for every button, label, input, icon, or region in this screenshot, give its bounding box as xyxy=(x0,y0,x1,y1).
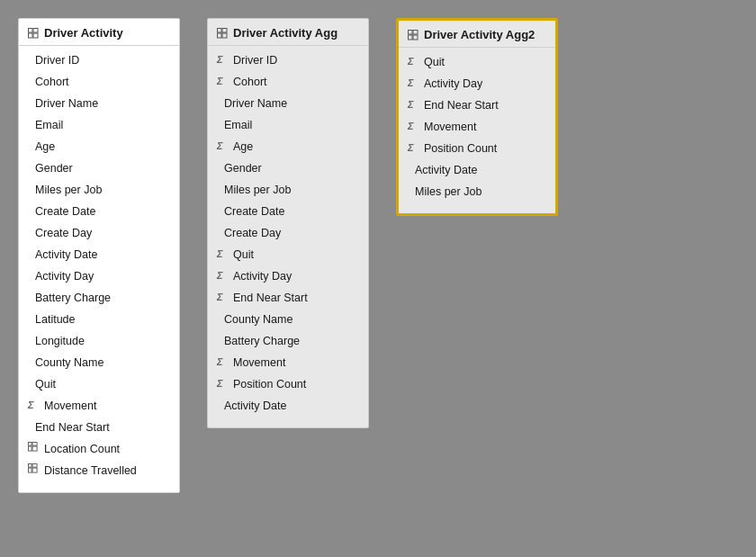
field-label: Movement xyxy=(233,354,285,372)
field-label: Miles per Job xyxy=(415,183,482,201)
table-card-driver-activity-agg: Driver Activity AggΣDriver IDΣCohortDriv… xyxy=(207,18,369,428)
field-item[interactable]: Location Count xyxy=(19,438,179,460)
field-item[interactable]: Latitude xyxy=(19,309,179,330)
field-label: Activity Date xyxy=(35,246,97,264)
field-label: Driver Name xyxy=(224,94,287,112)
field-item[interactable]: Create Day xyxy=(208,222,368,244)
canvas: Driver ActivityDriver IDCohortDriver Nam… xyxy=(0,0,756,557)
field-label: Position Count xyxy=(233,375,306,393)
field-item[interactable]: Miles per Job xyxy=(208,179,368,201)
field-item[interactable]: County Name xyxy=(208,309,368,330)
field-label: Cohort xyxy=(35,73,69,91)
field-item[interactable]: ΣEnd Near Start xyxy=(399,94,555,116)
field-item[interactable]: ΣEnd Near Start xyxy=(208,287,368,309)
table-icon-driver-activity-agg2 xyxy=(408,30,418,40)
table-card-driver-activity-agg2: Driver Activity Agg2ΣQuitΣActivity DayΣE… xyxy=(396,18,558,216)
table-icon-driver-activity xyxy=(28,28,39,39)
field-item[interactable]: Age xyxy=(19,136,179,157)
field-label: Activity Day xyxy=(424,75,482,93)
field-label: Activity Day xyxy=(233,267,292,285)
field-item[interactable]: County Name xyxy=(19,352,179,373)
field-item[interactable]: Quit xyxy=(19,373,179,395)
field-item[interactable]: ΣDriver ID xyxy=(208,49,368,71)
svg-rect-7 xyxy=(32,446,37,451)
field-item[interactable]: Miles per Job xyxy=(19,179,179,201)
field-list-driver-activity: Driver IDCohortDriver NameEmailAgeGender… xyxy=(19,46,179,485)
field-label: Distance Travelled xyxy=(44,462,137,480)
svg-rect-19 xyxy=(413,35,418,40)
table-header-driver-activity-agg: Driver Activity Agg xyxy=(208,19,368,46)
field-label: End Near Start xyxy=(424,96,499,114)
field-label: Age xyxy=(233,138,253,156)
svg-rect-15 xyxy=(222,33,227,38)
field-item[interactable]: Create Day xyxy=(19,222,179,244)
field-item[interactable]: Create Date xyxy=(19,201,179,222)
field-list-driver-activity-agg: ΣDriver IDΣCohortDriver NameEmailΣAgeGen… xyxy=(208,46,368,420)
sigma-icon: Σ xyxy=(408,97,420,113)
field-item[interactable]: Activity Date xyxy=(208,395,368,417)
field-item[interactable]: ΣMovement xyxy=(208,352,368,373)
field-item[interactable]: Email xyxy=(19,114,179,136)
field-label: Email xyxy=(35,116,63,134)
field-item[interactable]: ΣQuit xyxy=(208,244,368,265)
sigma-icon: Σ xyxy=(408,54,420,70)
field-item[interactable]: Driver Name xyxy=(208,93,368,114)
field-item[interactable]: End Near Start xyxy=(19,417,179,438)
field-label: Gender xyxy=(35,159,73,177)
field-label: Gender xyxy=(224,159,262,177)
field-item[interactable]: Distance Travelled xyxy=(19,460,179,481)
field-item[interactable]: Driver Name xyxy=(19,93,179,114)
field-item[interactable]: ΣMovement xyxy=(19,395,179,417)
field-item[interactable]: ΣPosition Count xyxy=(399,138,555,159)
svg-rect-9 xyxy=(32,463,37,467)
field-item[interactable]: ΣAge xyxy=(208,136,368,157)
field-label: Longitude xyxy=(35,332,85,350)
field-item[interactable]: Gender xyxy=(208,157,368,179)
field-label: Miles per Job xyxy=(35,181,102,199)
field-label: Activity Day xyxy=(35,267,94,285)
field-item[interactable]: Miles per Job xyxy=(399,181,555,202)
field-item[interactable]: ΣActivity Day xyxy=(399,73,555,94)
table-header-driver-activity-agg2: Driver Activity Agg2 xyxy=(399,21,555,48)
svg-rect-2 xyxy=(29,33,33,38)
field-item[interactable]: Activity Day xyxy=(19,265,179,287)
field-item[interactable]: Cohort xyxy=(19,71,179,93)
field-item[interactable]: ΣPosition Count xyxy=(208,373,368,395)
table-header-driver-activity: Driver Activity xyxy=(19,19,179,46)
field-label: Battery Charge xyxy=(224,332,300,350)
field-label: Activity Date xyxy=(224,397,286,415)
svg-rect-17 xyxy=(413,30,418,34)
field-item[interactable]: Battery Charge xyxy=(208,330,368,352)
field-item[interactable]: ΣActivity Day xyxy=(208,265,368,287)
field-item[interactable]: Create Date xyxy=(208,201,368,222)
field-item[interactable]: Driver ID xyxy=(19,49,179,71)
field-label: Age xyxy=(35,138,55,156)
sigma-icon: Σ xyxy=(217,74,230,90)
field-item[interactable]: ΣMovement xyxy=(399,116,555,138)
table-title-driver-activity-agg2: Driver Activity Agg2 xyxy=(424,28,535,41)
svg-rect-3 xyxy=(33,33,38,38)
field-label: Position Count xyxy=(424,139,497,157)
sigma-icon: Σ xyxy=(217,247,230,263)
field-item[interactable]: ΣQuit xyxy=(399,51,555,73)
field-item[interactable]: Gender xyxy=(19,157,179,179)
field-label: Email xyxy=(224,116,252,134)
table-title-driver-activity-agg: Driver Activity Agg xyxy=(233,26,338,40)
field-item[interactable]: Activity Date xyxy=(399,159,555,181)
field-label: Create Date xyxy=(35,202,95,220)
table-icon-driver-activity-agg xyxy=(217,28,228,39)
svg-rect-13 xyxy=(222,28,227,32)
field-item[interactable]: Email xyxy=(208,114,368,136)
svg-rect-1 xyxy=(33,28,38,32)
field-label: Create Day xyxy=(35,224,92,242)
svg-rect-18 xyxy=(409,35,413,40)
field-item[interactable]: Activity Date xyxy=(19,244,179,265)
field-item[interactable]: Battery Charge xyxy=(19,287,179,309)
sigma-icon: Σ xyxy=(217,376,230,392)
field-label: Create Date xyxy=(224,202,284,220)
svg-rect-12 xyxy=(218,28,222,32)
grid-icon xyxy=(28,442,40,456)
field-item[interactable]: ΣCohort xyxy=(208,71,368,93)
field-item[interactable]: Longitude xyxy=(19,330,179,352)
svg-rect-4 xyxy=(28,442,32,445)
